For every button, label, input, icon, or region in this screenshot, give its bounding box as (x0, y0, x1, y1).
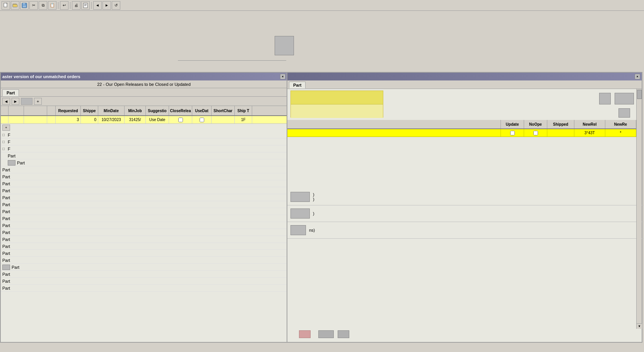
list-row-part18[interactable]: Part (1, 271, 287, 278)
selected-row-shortchar (212, 116, 235, 123)
right-row-newrel: 3°43T (574, 129, 605, 137)
grid-btn-1[interactable]: ◄ (2, 98, 10, 105)
right-highlighted-row[interactable]: 3°43T * (287, 129, 636, 137)
col-header-usedat: UseDat (192, 106, 212, 115)
list-label-part2: Part (17, 161, 25, 165)
section2-label: ) (313, 211, 314, 216)
expand-icon-f1: □ (2, 133, 8, 137)
list-row-part17[interactable]: Part (1, 264, 287, 271)
list-label-part13: Part (2, 237, 10, 242)
toolbar-btn-save[interactable] (20, 1, 29, 10)
bottom-gray-box2 (338, 330, 349, 338)
col-header-3 (24, 106, 47, 115)
section1-btn[interactable] (290, 192, 310, 202)
list-row-part12[interactable]: Part (1, 229, 287, 236)
right-top-yellow-bottom (291, 104, 383, 118)
right-panel-scrollbar[interactable]: ▼ (636, 89, 642, 329)
left-grid-selected-row[interactable]: 3 0 10/27/2023 31425/ Use Date 1F (1, 116, 287, 124)
list-row-part13[interactable]: Part (1, 236, 287, 243)
left-tab-part[interactable]: Part (2, 89, 19, 96)
right-col-header-update: Update (501, 120, 524, 128)
list-row-part6[interactable]: Part (1, 187, 287, 194)
expand-row-btn[interactable]: + (2, 125, 10, 131)
list-row-f1[interactable]: □ F (1, 132, 287, 138)
right-panel-top-area (287, 89, 642, 120)
toolbar-btn-open[interactable] (11, 1, 19, 10)
expand-icon-f2: □ (2, 140, 8, 144)
list-label-part15: Part (2, 251, 10, 256)
right-panel-close-btn[interactable]: × (635, 74, 640, 79)
list-row-part7[interactable]: Part (1, 194, 287, 201)
list-row-part1[interactable]: Part (1, 152, 287, 159)
list-row-part14[interactable]: Part (1, 243, 287, 250)
list-label-part12: Part (2, 230, 10, 235)
toolbar-btn-back[interactable]: ◄ (93, 1, 102, 10)
list-row-part3[interactable]: Part (1, 166, 287, 173)
toolbar-btn-paste[interactable]: 📋 (48, 1, 56, 10)
list-row-part15[interactable]: Part (1, 250, 287, 257)
list-row-part2[interactable]: Part (1, 159, 287, 166)
right-col-header-newrel: NewRel (574, 120, 605, 128)
toolbar-btn-refresh[interactable]: ↺ (112, 1, 120, 10)
part17-box (2, 265, 10, 270)
list-row-f3[interactable]: □ F (1, 145, 287, 152)
list-row-f2[interactable]: □ F (1, 138, 287, 145)
toolbar-btn-new[interactable] (2, 1, 10, 10)
right-section-3: ns) (287, 222, 643, 239)
noope-checkbox[interactable] (533, 131, 538, 135)
list-row-part19[interactable]: Part (1, 278, 287, 285)
right-scrollbar-down[interactable]: ▼ (637, 323, 642, 329)
list-row-part8[interactable]: Part (1, 201, 287, 208)
center-placeholder-box (275, 36, 294, 55)
list-label-part18: Part (2, 272, 10, 277)
list-row-part20[interactable]: Part (1, 285, 287, 292)
right-col-header-rel (287, 120, 501, 128)
list-label-part16: Part (2, 258, 10, 263)
toolbar-btn-copy[interactable]: ⧉ (39, 1, 47, 10)
list-row-part10[interactable]: Part (1, 215, 287, 222)
list-row-part11[interactable]: Part (1, 222, 287, 229)
list-label-part5: Part (2, 181, 10, 186)
toolbar-btn-undo[interactable]: ↩ (60, 1, 68, 10)
part2-box (8, 160, 15, 166)
usedat-checkbox[interactable] (200, 118, 204, 122)
toolbar-btn-cut[interactable]: ✂ (29, 1, 38, 10)
toolbar-btn-forward[interactable]: ► (102, 1, 111, 10)
col-header-empty (47, 106, 56, 115)
grid-btn-4[interactable]: + (34, 98, 42, 105)
list-label-part6: Part (2, 188, 10, 193)
toolbar-btn-preview[interactable] (81, 1, 90, 10)
list-row-part5[interactable]: Part (1, 180, 287, 187)
grid-btn-2[interactable]: ► (12, 98, 19, 105)
list-label-part1: Part (8, 154, 15, 158)
right-grid-header: Update NoOpe Shipped NewRel NewRe (287, 120, 636, 129)
list-row-part4[interactable]: Part (1, 173, 287, 180)
closerelea-checkbox[interactable] (178, 118, 183, 122)
svg-rect-0 (4, 3, 7, 7)
list-label-f3: F (8, 147, 10, 151)
col-header-suggestio: Suggestio (146, 106, 169, 115)
left-tab-bar: Part (1, 88, 287, 97)
list-row-part9[interactable]: Part (1, 208, 287, 215)
update-checkbox[interactable] (510, 131, 515, 135)
section2-btn[interactable] (290, 208, 310, 219)
selected-row-shippe: 0 (81, 116, 98, 123)
col-header-requested: Requested (56, 106, 81, 115)
section1-sublabel: ) (313, 197, 314, 202)
right-col-header-noope: NoOpe (524, 120, 547, 128)
bottom-gray-box1 (318, 330, 334, 338)
grid-btn-3[interactable] (21, 98, 32, 105)
right-tab-part[interactable]: Part (289, 82, 306, 89)
col-header-minjob: MinJob (125, 106, 146, 115)
left-panel-close-btn[interactable]: × (280, 74, 285, 79)
svg-rect-5 (23, 5, 26, 7)
list-row-part16[interactable]: Part (1, 257, 287, 264)
section3-btn[interactable] (290, 225, 306, 235)
selected-row-empty (47, 116, 56, 123)
toolbar-btn-print[interactable]: 🖨 (72, 1, 80, 10)
section3-label: ns) (309, 228, 315, 232)
toolbar-sep-1 (58, 2, 58, 9)
right-row-update (501, 129, 524, 137)
left-panel-subtitle: 22 - Our Open Releases to be Closed or U… (1, 80, 287, 88)
selected-row-suggestio: Use Date (146, 116, 169, 123)
